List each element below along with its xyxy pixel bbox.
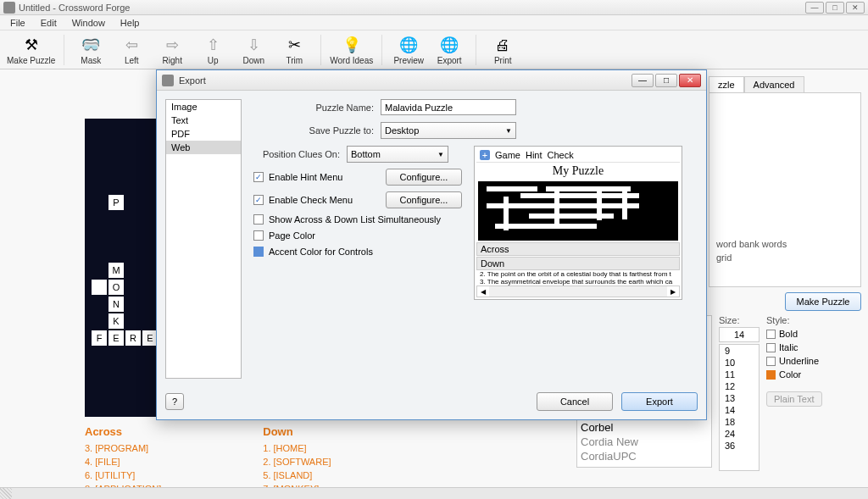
cell: E xyxy=(108,330,124,346)
save-to-label: Save Puzzle to: xyxy=(253,125,381,136)
font-item[interactable]: Cordia New xyxy=(577,435,711,449)
clue-item[interactable]: 6. [UTILITY] xyxy=(85,469,161,482)
tool-print[interactable]: 🖨Print xyxy=(485,32,520,68)
separator xyxy=(381,35,382,65)
plain-text-button[interactable]: Plain Text xyxy=(766,391,822,407)
size-item[interactable]: 9 xyxy=(720,345,759,357)
italic-checkbox[interactable]: Italic xyxy=(766,342,846,352)
size-item[interactable]: 36 xyxy=(720,440,759,452)
format-pdf[interactable]: PDF xyxy=(166,127,241,141)
maximize-icon[interactable]: □ xyxy=(826,2,844,14)
chevron-down-icon: ▼ xyxy=(437,151,444,158)
preview-down-header[interactable]: Down xyxy=(476,257,680,270)
bulb-icon: 💡 xyxy=(341,34,363,56)
tab-advanced[interactable]: Advanced xyxy=(744,76,804,92)
dialog-maximize-icon[interactable]: □ xyxy=(655,74,677,87)
close-icon[interactable]: ✕ xyxy=(846,2,865,14)
check-label: Enable Check Menu xyxy=(269,195,353,205)
arrow-right-icon: ⇨ xyxy=(161,34,183,56)
tool-word-ideas[interactable]: 💡Word Ideas xyxy=(330,32,373,68)
position-select[interactable]: Bottom▼ xyxy=(347,146,448,163)
right-panel-box: word bank words grid xyxy=(709,92,861,287)
size-item[interactable]: 12 xyxy=(720,380,759,392)
tool-make-puzzle[interactable]: ⚒Make Puzzle xyxy=(7,32,55,68)
menu-help[interactable]: Help xyxy=(114,16,147,30)
size-item[interactable]: 13 xyxy=(720,392,759,404)
format-web[interactable]: Web xyxy=(166,141,241,154)
clue-item[interactable]: 4. [FILE] xyxy=(85,455,161,469)
tool-trim[interactable]: ✂Trim xyxy=(276,32,312,68)
puzzle-name-input[interactable] xyxy=(381,99,516,115)
configure-hint-button[interactable]: Configure... xyxy=(386,169,462,186)
export-button[interactable]: Export xyxy=(621,392,698,411)
cancel-button[interactable]: Cancel xyxy=(537,392,613,411)
dialog-close-icon[interactable]: ✕ xyxy=(679,74,701,87)
make-puzzle-button[interactable]: Make Puzzle xyxy=(785,292,861,311)
preview-tab-hint[interactable]: Hint xyxy=(526,150,542,160)
menu-window[interactable]: Window xyxy=(65,16,112,30)
scroll-left-icon[interactable]: ◀ xyxy=(477,288,489,296)
menubar: File Edit Window Help xyxy=(0,15,868,30)
separator xyxy=(64,35,64,65)
menu-file[interactable]: File xyxy=(3,16,32,30)
size-item[interactable]: 18 xyxy=(720,416,759,428)
tool-up[interactable]: ⇧Up xyxy=(195,32,231,68)
format-text[interactable]: Text xyxy=(166,114,241,127)
font-item[interactable]: CordiaUPC xyxy=(577,449,711,463)
tool-export[interactable]: 🌐Export xyxy=(431,32,467,68)
minimize-icon[interactable]: — xyxy=(805,2,824,14)
size-item[interactable]: 10 xyxy=(720,357,759,369)
configure-check-button[interactable]: Configure... xyxy=(386,191,462,208)
cell: F xyxy=(92,330,107,346)
bold-checkbox[interactable]: Bold xyxy=(766,329,846,339)
down-heading: Down xyxy=(263,425,331,438)
preview-scrollbar[interactable]: ◀ ▶ xyxy=(476,286,680,297)
size-value[interactable]: 14 xyxy=(719,327,760,342)
accent-color-checkbox[interactable] xyxy=(253,247,264,257)
scroll-track[interactable] xyxy=(489,286,667,297)
page-color-checkbox[interactable] xyxy=(253,230,264,241)
resize-grip-icon[interactable] xyxy=(0,488,12,499)
check-checkbox[interactable] xyxy=(253,195,264,205)
underline-checkbox[interactable]: Underline xyxy=(766,356,846,366)
clue-item[interactable]: 1. [HOME] xyxy=(263,441,331,455)
format-image[interactable]: Image xyxy=(166,100,241,114)
cell: N xyxy=(108,297,124,312)
size-listbox[interactable]: 9 10 11 12 13 14 18 24 36 xyxy=(719,344,760,471)
clue-item[interactable]: 5. [ISLAND] xyxy=(263,469,331,482)
tab-puzzle[interactable]: zzle xyxy=(709,76,744,92)
separator xyxy=(476,35,476,65)
size-item[interactable]: 14 xyxy=(720,404,759,416)
clue-item[interactable]: 3. [PROGRAM] xyxy=(85,441,161,455)
menu-edit[interactable]: Edit xyxy=(34,16,64,30)
dialog-minimize-icon[interactable]: — xyxy=(632,74,654,87)
tool-left[interactable]: ⇦Left xyxy=(114,32,149,68)
scroll-right-icon[interactable]: ▶ xyxy=(667,288,679,296)
preview-tab-check[interactable]: Check xyxy=(548,150,574,160)
save-to-select[interactable]: Desktop▼ xyxy=(381,122,516,139)
clue-item[interactable]: 2. [SOFTWARE] xyxy=(263,455,331,469)
color-checkbox[interactable]: Color xyxy=(766,369,846,380)
style-label: Style: xyxy=(766,315,846,325)
plus-icon[interactable]: + xyxy=(480,150,490,160)
size-item[interactable]: 24 xyxy=(720,428,759,440)
tool-preview[interactable]: 🌐Preview xyxy=(391,32,426,68)
preview-across-header[interactable]: Across xyxy=(476,242,680,256)
size-item[interactable]: 11 xyxy=(720,369,759,380)
tool-mask[interactable]: 🥽Mask xyxy=(73,32,108,68)
app-icon xyxy=(3,2,15,14)
preview-tab-game[interactable]: Game xyxy=(495,150,520,160)
font-item[interactable]: Corbel xyxy=(577,420,711,435)
size-label: Size: xyxy=(719,315,760,325)
main-toolbar: ⚒Make Puzzle 🥽Mask ⇦Left ⇨Right ⇧Up ⇩Dow… xyxy=(0,30,868,69)
hint-checkbox[interactable] xyxy=(253,172,264,182)
tool-right[interactable]: ⇨Right xyxy=(154,32,190,68)
separator xyxy=(320,35,321,65)
tool-down[interactable]: ⇩Down xyxy=(236,32,271,68)
across-down-checkbox[interactable] xyxy=(253,214,264,225)
scissors-icon: ✂ xyxy=(283,34,305,56)
cell: M xyxy=(108,263,124,278)
help-button[interactable]: ? xyxy=(165,393,184,410)
dialog-titlebar[interactable]: Export — □ ✕ xyxy=(157,70,706,91)
export-format-list[interactable]: Image Text PDF Web xyxy=(165,99,242,379)
